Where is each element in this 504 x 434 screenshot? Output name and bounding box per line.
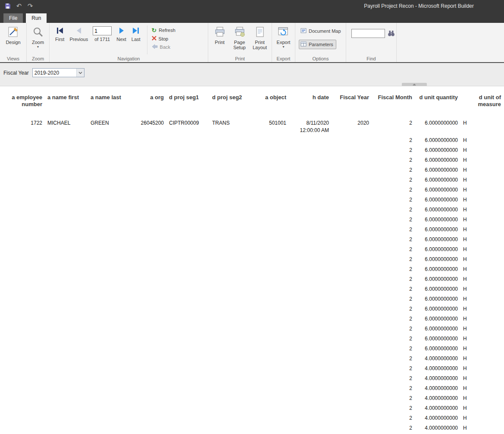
- ribbon-group-options: Document Map Parameters Options: [295, 23, 346, 62]
- table-cell: [3, 195, 45, 205]
- parameters-splitter-collapse[interactable]: [402, 83, 427, 86]
- column-header: a org: [128, 93, 166, 118]
- ribbon-tab-row: File Run: [0, 12, 504, 23]
- design-button[interactable]: Design: [4, 23, 22, 45]
- table-cell: [88, 284, 128, 294]
- table-cell: [289, 384, 332, 393]
- table-cell: [250, 175, 289, 185]
- table-cell: [3, 393, 45, 403]
- table-cell: [166, 413, 210, 423]
- table-cell: [166, 245, 210, 255]
- save-button[interactable]: [3, 2, 12, 10]
- table-cell: [250, 274, 289, 284]
- table-cell: [210, 245, 250, 255]
- table-cell: [210, 364, 250, 374]
- table-cell: [166, 294, 210, 304]
- table-cell: [3, 284, 45, 294]
- export-button[interactable]: Export ▾: [275, 23, 292, 49]
- report-viewer: a employee numbera name firsta name last…: [0, 86, 504, 434]
- table-cell: H: [460, 195, 504, 205]
- table-cell: [3, 413, 45, 423]
- page-setup-button[interactable]: Page Setup: [230, 23, 249, 50]
- document-map-toggle[interactable]: Document Map: [299, 26, 344, 36]
- table-row: 24.0000000000H: [3, 384, 504, 393]
- fiscal-year-dropdown[interactable]: 2019-2020: [32, 68, 85, 77]
- table-cell: 2: [372, 304, 415, 314]
- table-cell: [166, 284, 210, 294]
- table-cell: [166, 314, 210, 324]
- refresh-button[interactable]: ↻ Refresh: [152, 27, 175, 33]
- table-cell: [332, 165, 372, 175]
- table-cell: [250, 413, 289, 423]
- table-cell: H: [460, 423, 504, 433]
- page-number-input[interactable]: [93, 26, 112, 35]
- report-table: a employee numbera name firsta name last…: [3, 93, 504, 433]
- last-page-icon: [131, 26, 140, 35]
- last-page-button[interactable]: Last: [129, 25, 143, 42]
- table-cell: [3, 403, 45, 413]
- tab-run[interactable]: Run: [26, 13, 47, 23]
- table-cell: [128, 324, 166, 334]
- chevron-down-icon: ▾: [282, 45, 284, 49]
- table-cell: [3, 165, 45, 175]
- print-button[interactable]: Print: [210, 23, 229, 45]
- table-cell: [166, 175, 210, 185]
- parameters-toggle[interactable]: Parameters: [299, 40, 336, 49]
- table-cell: 2: [372, 165, 415, 175]
- table-cell: 6.0000000000: [415, 344, 460, 354]
- next-page-button[interactable]: Next: [114, 25, 128, 42]
- binoculars-icon: [388, 29, 395, 38]
- table-cell: [3, 274, 45, 284]
- table-row: 24.0000000000H: [3, 393, 504, 403]
- table-cell: [166, 235, 210, 245]
- table-cell: [250, 264, 289, 274]
- table-cell: [332, 403, 372, 413]
- table-cell: 2: [372, 344, 415, 354]
- table-cell: 6.0000000000: [415, 235, 460, 245]
- table-cell: [250, 245, 289, 255]
- table-cell: 4.0000000000: [415, 364, 460, 374]
- table-cell: 6.0000000000: [415, 334, 460, 344]
- table-cell: [166, 165, 210, 175]
- print-layout-button[interactable]: Print Layout: [250, 23, 270, 50]
- find-input[interactable]: [351, 29, 385, 38]
- table-cell: [128, 205, 166, 215]
- quick-access-toolbar: ↶ ↷: [0, 2, 34, 10]
- table-row: 26.0000000000H: [3, 215, 504, 225]
- group-label-export: Export: [272, 56, 295, 61]
- table-cell: [250, 384, 289, 393]
- parameters-panel: Fiscal Year 2019-2020: [0, 63, 504, 86]
- table-cell: 2: [372, 175, 415, 185]
- table-cell: [88, 175, 128, 185]
- table-cell: 2: [372, 225, 415, 235]
- table-cell: [128, 274, 166, 284]
- back-button[interactable]: Back: [152, 44, 175, 50]
- redo-button[interactable]: ↷: [26, 2, 34, 10]
- table-cell: 2: [372, 195, 415, 205]
- table-row: 26.0000000000H: [3, 165, 504, 175]
- table-cell: [45, 354, 88, 364]
- stop-button[interactable]: Stop: [152, 36, 175, 41]
- table-cell: 2: [372, 374, 415, 384]
- zoom-button[interactable]: Zoom ▾: [30, 23, 46, 49]
- previous-page-button[interactable]: Previous: [67, 25, 90, 42]
- report-table-header: a employee numbera name firsta name last…: [3, 93, 504, 118]
- first-page-button[interactable]: First: [53, 25, 66, 42]
- table-cell: [88, 344, 128, 354]
- table-cell: H: [460, 215, 504, 225]
- ribbon-group-zoom: Zoom ▾ Zoom: [27, 23, 50, 62]
- table-cell: 2: [372, 245, 415, 255]
- undo-button[interactable]: ↶: [15, 2, 23, 10]
- table-cell: [289, 403, 332, 413]
- table-cell: [210, 334, 250, 344]
- tab-file[interactable]: File: [3, 13, 23, 23]
- table-cell: H: [460, 118, 504, 135]
- table-cell: [166, 215, 210, 225]
- table-cell: 2: [372, 334, 415, 344]
- table-cell: [88, 225, 128, 235]
- table-cell: 6.0000000000: [415, 225, 460, 235]
- table-cell: 2: [372, 185, 415, 195]
- table-cell: H: [460, 225, 504, 235]
- group-label-views: Views: [0, 56, 26, 61]
- table-cell: [289, 423, 332, 433]
